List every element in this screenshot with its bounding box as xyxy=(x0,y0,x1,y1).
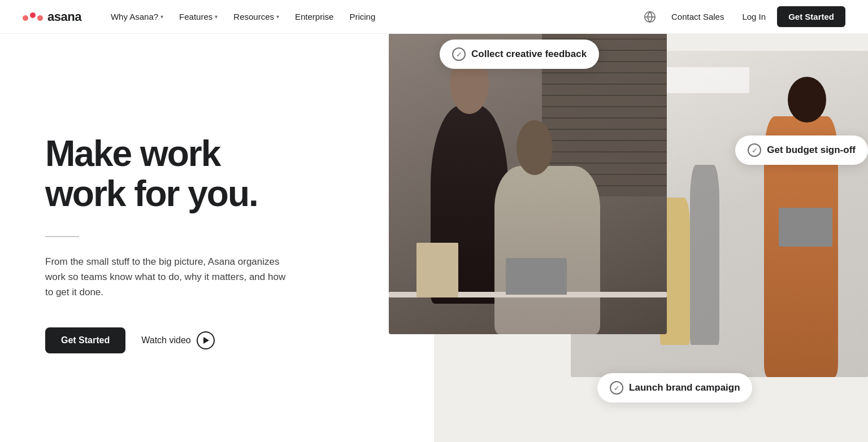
check-circle-icon: ✓ xyxy=(748,143,761,157)
nav-link-why-asana[interactable]: Why Asana? ▾ xyxy=(104,7,170,26)
checkmark: ✓ xyxy=(752,146,758,155)
get-started-nav-button[interactable]: Get Started xyxy=(777,6,845,27)
contact-sales-link[interactable]: Contact Sales xyxy=(665,7,731,26)
hero-divider xyxy=(45,236,79,237)
get-started-hero-button[interactable]: Get Started xyxy=(45,327,125,353)
badge-launch-campaign: ✓ Launch brand campaign xyxy=(597,373,752,402)
checkmark: ✓ xyxy=(614,384,620,392)
hero-actions: Get Started Watch video xyxy=(45,327,400,353)
nav-link-features[interactable]: Features ▾ xyxy=(172,7,224,26)
navigation: asana Why Asana? ▾ Features ▾ Resources … xyxy=(0,0,868,34)
nav-link-pricing[interactable]: Pricing xyxy=(342,7,382,26)
chevron-down-icon: ▾ xyxy=(160,14,163,20)
hero-section: Make work work for you. From the small s… xyxy=(0,34,868,442)
check-circle-icon: ✓ xyxy=(610,381,623,395)
hero-right: ✓ Collect creative feedback ✓ Get budget… xyxy=(434,34,868,442)
watch-video-button[interactable]: Watch video xyxy=(141,331,214,349)
asana-logo-icon xyxy=(23,13,43,21)
nav-link-resources[interactable]: Resources ▾ xyxy=(227,7,286,26)
hero-left: Make work work for you. From the small s… xyxy=(0,34,434,442)
hero-images: ✓ Collect creative feedback ✓ Get budget… xyxy=(389,34,868,431)
chevron-down-icon: ▾ xyxy=(276,14,279,20)
globe-icon[interactable] xyxy=(640,7,660,27)
chevron-down-icon: ▾ xyxy=(215,14,218,20)
logo-text: asana xyxy=(47,10,81,24)
badge-collect-feedback: ✓ Collect creative feedback xyxy=(440,40,599,69)
play-triangle xyxy=(203,337,209,344)
logo-dot-center xyxy=(30,12,36,18)
badge-budget-text: Get budget sign-off xyxy=(767,145,856,156)
office-scene xyxy=(389,34,667,334)
login-link[interactable]: Log In xyxy=(735,7,772,26)
logo-dot-right xyxy=(37,15,43,21)
nav-links: Why Asana? ▾ Features ▾ Resources ▾ Ente… xyxy=(104,7,640,26)
nav-right: Contact Sales Log In Get Started xyxy=(640,6,845,27)
logo-link[interactable]: asana xyxy=(23,10,81,24)
photo-office xyxy=(389,34,667,334)
badge-collect-text: Collect creative feedback xyxy=(471,49,587,60)
badge-launch-text: Launch brand campaign xyxy=(629,382,740,393)
logo-dot-left xyxy=(23,15,28,21)
check-circle-icon: ✓ xyxy=(452,47,466,61)
nav-link-enterprise[interactable]: Enterprise xyxy=(288,7,340,26)
hero-description: From the small stuff to the big picture,… xyxy=(45,254,294,300)
badge-budget-signoff: ✓ Get budget sign-off xyxy=(735,135,868,165)
hero-headline: Make work work for you. xyxy=(45,134,400,213)
play-icon xyxy=(197,331,215,349)
checkmark: ✓ xyxy=(456,50,462,59)
